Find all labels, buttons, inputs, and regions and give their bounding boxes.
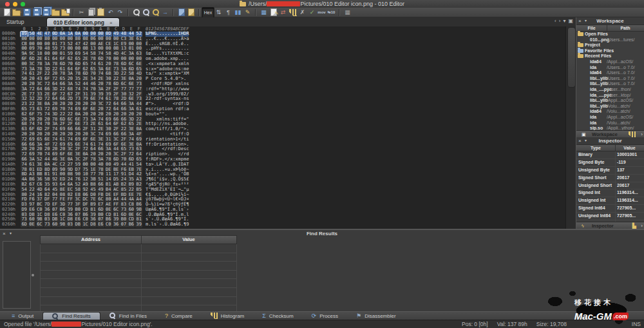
show-whitespace-icon[interactable]: ¶ bbox=[223, 8, 233, 17]
workspace-close-icon[interactable]: × bbox=[578, 17, 582, 24]
tab-checksum[interactable]: ΣChecksum bbox=[253, 312, 302, 320]
base-convert-icon[interactable]: ⇆10 bbox=[327, 8, 336, 17]
calculator-icon[interactable]: ▦ bbox=[259, 8, 269, 17]
struct-panel-icon[interactable]: ▙ bbox=[632, 223, 636, 229]
run-script-icon[interactable] bbox=[186, 8, 196, 17]
grid-view-icon[interactable]: ▦ bbox=[343, 8, 352, 17]
edit-as-icon[interactable] bbox=[269, 8, 278, 17]
save-all-icon[interactable] bbox=[41, 8, 51, 17]
histogram-icon[interactable] bbox=[288, 8, 298, 17]
tab-output[interactable]: ≡Output bbox=[3, 312, 43, 320]
workspace-item-ida64[interactable]: ida64/Users...o 7.0/ bbox=[576, 70, 644, 76]
inspector-row-signed-int64[interactable]: Signed Int64727905... bbox=[576, 205, 644, 213]
hex-byte[interactable]: 39 bbox=[135, 222, 142, 227]
open-file-icon[interactable]: ▾ bbox=[12, 8, 22, 17]
cut-icon[interactable]: ✂ bbox=[77, 8, 86, 17]
workspace-item-project[interactable]: Project bbox=[576, 43, 644, 48]
tools-icon[interactable]: ✗ bbox=[298, 8, 307, 17]
workspace-item-ida-pyc[interactable]: ida_....pyc/User...ktop/ bbox=[576, 93, 644, 99]
hex-byte[interactable]: B6 bbox=[128, 222, 135, 227]
ascii-cell[interactable]: m.ls`›.Û.ØæÀ6.¶9 bbox=[146, 222, 189, 227]
workspace-item-ida[interactable]: ida/Volu...atch/ bbox=[576, 121, 644, 126]
workspace-item-libi-ylib[interactable]: libi...ylib/Users...o 7.0/ bbox=[576, 76, 644, 82]
tab-compare[interactable]: ?Compare bbox=[156, 312, 202, 320]
inspector-row-binary[interactable]: Binary10001001 bbox=[576, 151, 644, 159]
inspector-row-unsigned-int64[interactable]: Unsigned Int64727905... bbox=[576, 213, 644, 220]
find-results-row[interactable] bbox=[40, 288, 237, 297]
editor-scrollbar[interactable] bbox=[565, 26, 576, 229]
find-results-row[interactable] bbox=[40, 262, 237, 271]
workspace-item-ida[interactable]: ida/Appl...acOS/ bbox=[576, 115, 644, 121]
inspector-row-unsigned-byte[interactable]: Unsigned Byte137 bbox=[576, 167, 644, 175]
tab-find-in-files[interactable]: Find in Files bbox=[100, 312, 156, 320]
copy-icon[interactable] bbox=[86, 8, 96, 17]
hex-byte[interactable]: 0E bbox=[28, 222, 35, 227]
hex-byte[interactable]: 1C bbox=[82, 222, 89, 227]
inspector-row-signed-short[interactable]: Signed Short20617 bbox=[576, 175, 644, 182]
hex-byte[interactable]: 73 bbox=[44, 222, 51, 227]
find-results-row[interactable] bbox=[40, 271, 237, 280]
tab-histogram[interactable]: Histogram bbox=[202, 312, 253, 320]
hex-byte[interactable]: DB bbox=[74, 222, 81, 227]
inspector-close-icon[interactable]: × bbox=[578, 137, 582, 144]
undo-icon[interactable]: ↶ bbox=[106, 8, 115, 17]
find-results-table-header[interactable]: Address Value bbox=[40, 235, 237, 244]
redo-icon[interactable]: ↷ bbox=[115, 8, 125, 17]
disassembly-mov-icon[interactable]: mov bbox=[317, 8, 327, 17]
hex-byte[interactable]: D8 bbox=[90, 222, 97, 227]
tab-find-results[interactable]: Find Results bbox=[43, 312, 100, 320]
tab-nav-0[interactable]: ‹ bbox=[554, 18, 556, 24]
inspector-row-unsigned-short[interactable]: Unsigned Short20617 bbox=[576, 182, 644, 190]
column-mode-icon[interactable]: ▮▮ bbox=[233, 8, 243, 17]
tab-nav-2[interactable]: ▾ bbox=[563, 18, 565, 24]
tab-disassembler[interactable]: ⚑Disassembler bbox=[347, 312, 405, 320]
swap-endian-icon[interactable]: ⇄ bbox=[278, 8, 288, 17]
replace-icon[interactable] bbox=[141, 8, 151, 17]
find-results-file-list[interactable] bbox=[3, 241, 31, 309]
find-results-close-icon[interactable]: × bbox=[3, 231, 6, 236]
hex-mode-button[interactable]: Hex bbox=[202, 8, 214, 17]
close-tab-icon[interactable]: × bbox=[109, 20, 113, 26]
save-as-icon[interactable] bbox=[32, 8, 41, 17]
find-next-icon[interactable] bbox=[151, 8, 160, 17]
hex-byte[interactable]: C0 bbox=[105, 222, 112, 227]
workspace-item-ida-pyc[interactable]: ida_....pyc/User...thon/ bbox=[576, 87, 644, 93]
workspace-item-ida64[interactable]: ida64/Volu...atch/ bbox=[576, 109, 644, 115]
find-results-row[interactable] bbox=[40, 297, 237, 306]
hex-byte[interactable]: 60 bbox=[52, 222, 59, 227]
sync-scroll-icon[interactable]: ⇅ bbox=[214, 8, 223, 17]
inspector-row-signed-int[interactable]: Signed Int1196314... bbox=[576, 189, 644, 197]
inspector-menu-icon[interactable]: ▾ bbox=[585, 137, 587, 144]
workspace-column-header[interactable]: File Path bbox=[576, 25, 644, 32]
find-results-row[interactable] bbox=[40, 279, 237, 288]
hex-byte[interactable]: E6 bbox=[97, 222, 104, 227]
tab-process[interactable]: ⟳Process bbox=[303, 312, 347, 320]
run-template-icon[interactable] bbox=[176, 8, 186, 17]
workspace-menu-icon[interactable]: ▾ bbox=[585, 17, 587, 24]
hex-byte[interactable]: 9B bbox=[59, 222, 66, 227]
hex-byte[interactable]: 36 bbox=[113, 222, 120, 227]
paste-icon[interactable] bbox=[96, 8, 106, 17]
hex-byte[interactable]: 07 bbox=[120, 222, 127, 227]
workspace-item-libi-ylib[interactable]: libi...ylib/Appl...acOS/ bbox=[576, 98, 644, 104]
highlight-icon[interactable]: ✎ bbox=[243, 8, 252, 17]
workspace-item-ida[interactable]: ida/Users...o 7.0/ bbox=[576, 65, 644, 71]
workspace-item-010-png[interactable]: 010...png/Users...tures/ bbox=[576, 37, 644, 43]
inspector-column-header[interactable]: Type Value bbox=[576, 145, 644, 151]
editor-scrollbar-thumb[interactable] bbox=[567, 27, 576, 88]
hex-byte[interactable]: 6C bbox=[36, 222, 43, 227]
open-folder-icon[interactable] bbox=[51, 8, 61, 17]
hex-byte[interactable]: 6D bbox=[21, 222, 28, 227]
save-icon[interactable] bbox=[22, 8, 32, 17]
workspace-item-open-files[interactable]: Open Files bbox=[576, 32, 644, 37]
tab-nav-1[interactable]: › bbox=[559, 18, 561, 24]
workspace-item-recent-files[interactable]: Recent Files bbox=[576, 53, 644, 59]
tab-startup[interactable]: Startup bbox=[0, 17, 30, 26]
hex-byte[interactable]: 03 bbox=[66, 222, 73, 227]
inspector-row-signed-byte[interactable]: Signed Byte-119 bbox=[576, 159, 644, 167]
tab-active-document[interactable]: 010 Editor icon.png× bbox=[46, 17, 120, 27]
hex-editor[interactable]: 0123456789ABCDEF0123456789ABCDEF 0000h89… bbox=[0, 26, 576, 229]
tab-nav-3[interactable]: ▣ bbox=[568, 18, 573, 24]
import-hex-icon[interactable] bbox=[61, 8, 70, 17]
workspace-item-ida64[interactable]: ida64/Appl...acOS/ bbox=[576, 59, 644, 65]
